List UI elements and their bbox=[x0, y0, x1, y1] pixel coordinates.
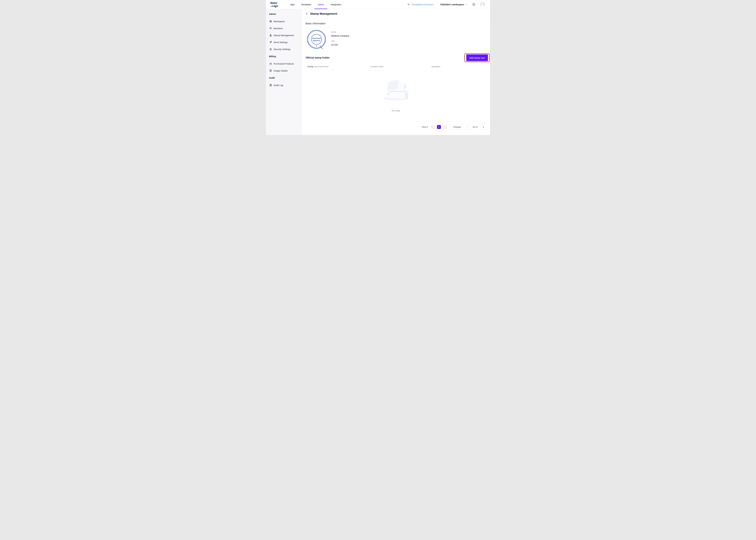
svg-text:?: ? bbox=[473, 4, 474, 5]
page-title: Stamp Management bbox=[310, 12, 337, 15]
total-count: Total 0 bbox=[421, 126, 428, 128]
document-icon bbox=[269, 69, 272, 72]
page-1-button[interactable]: 1 bbox=[437, 125, 441, 129]
name-label: name bbox=[331, 31, 349, 33]
add-stamp-user-button[interactable]: Add stamp user bbox=[466, 55, 488, 61]
chevron-left-icon bbox=[306, 12, 308, 15]
main-content: Stamp Management Basic Information Your … bbox=[302, 9, 490, 135]
app-window: Nota™ Sign Sign Templates Admin Integrat… bbox=[266, 0, 490, 135]
nav-tab-templates[interactable]: Templates bbox=[298, 0, 315, 9]
sidebar-item-label: Audit Log bbox=[273, 84, 283, 86]
chevron-down-icon bbox=[465, 3, 467, 6]
sidebar-section-admin: Admin bbox=[266, 11, 302, 17]
stamp-preview-image: Your Company Pvt. Ltd. ★ Authorised Sign… bbox=[307, 30, 326, 49]
logo-text-top: Nota bbox=[270, 1, 277, 5]
next-page-button[interactable]: › bbox=[443, 125, 447, 129]
sidebar-item-send-settings[interactable]: Send Settings bbox=[266, 39, 302, 46]
sidebar-item-label: Security Settings bbox=[273, 48, 291, 51]
nav-tab-admin[interactable]: Admin bbox=[315, 0, 327, 9]
compliance-assistant-label: Compliance Assistant bbox=[412, 3, 433, 6]
size-value: 15 mm bbox=[331, 43, 349, 46]
no-data-text: No Data bbox=[302, 109, 490, 112]
stamp-holder-table-header: Using stamp personal Contact email opera… bbox=[306, 65, 490, 68]
column-header-operation: operation bbox=[431, 65, 490, 68]
sidebar-item-members[interactable]: Members bbox=[266, 25, 302, 32]
stamp-center-line2: Signatory bbox=[313, 40, 320, 42]
official-stamp-holder-header: Official stamp holder Add stamp user bbox=[306, 55, 488, 61]
sidebar-item-stamp-management[interactable]: Stamp Management bbox=[266, 32, 302, 39]
sidebar-item-label: Stamp Management bbox=[273, 34, 294, 37]
user-avatar[interactable] bbox=[480, 2, 485, 7]
sidebar-item-security-settings[interactable]: Security Settings bbox=[266, 46, 302, 53]
help-button[interactable]: ? bbox=[472, 3, 475, 6]
size-label: size bbox=[331, 40, 349, 42]
chevron-down-icon bbox=[466, 126, 468, 128]
sidebar-section-audit: Audit bbox=[266, 75, 302, 80]
compliance-assistant-button[interactable]: Compliance Assistant bbox=[407, 3, 433, 6]
empty-box-illustration bbox=[383, 78, 409, 101]
column-header-using-stamp-personal: Using stamp personal bbox=[307, 65, 371, 68]
column-header-contact-email: Contact email bbox=[371, 65, 431, 68]
nav-tab-integration[interactable]: Integration bbox=[327, 0, 345, 9]
help-icon: ? bbox=[472, 3, 475, 6]
top-bar: Nota™ Sign Sign Templates Admin Integrat… bbox=[266, 0, 490, 9]
prev-page-button[interactable]: ‹ bbox=[431, 125, 435, 129]
name-value: Medical Company bbox=[331, 35, 349, 37]
sidebar-item-label: Members bbox=[273, 27, 283, 30]
user-silhouette-icon bbox=[480, 2, 485, 7]
members-icon bbox=[269, 27, 272, 30]
main-nav: Sign Templates Admin Integration bbox=[287, 0, 345, 9]
trademark-symbol: ™ bbox=[277, 2, 278, 4]
stamp-icon bbox=[269, 34, 272, 37]
back-button[interactable] bbox=[306, 12, 308, 15]
workspace-switcher[interactable]: FADADA's workspace bbox=[440, 3, 467, 6]
sidebar-item-usage-details[interactable]: Usage Details bbox=[266, 67, 302, 74]
sidebar-item-workspace[interactable]: Workspace bbox=[266, 18, 302, 25]
goto-page-input[interactable] bbox=[480, 124, 487, 130]
send-icon bbox=[269, 41, 272, 44]
shopping-bag-icon bbox=[269, 62, 272, 65]
notasign-logo[interactable]: Nota™ Sign bbox=[270, 2, 282, 8]
official-stamp-holder-heading: Official stamp holder bbox=[306, 57, 330, 59]
sidebar-item-label: Send Settings bbox=[273, 41, 288, 44]
stamp-center-line1: Authorised bbox=[312, 37, 321, 39]
sidebar-item-label: Purchased Products bbox=[273, 63, 294, 65]
sidebar-section-billing: Billing bbox=[266, 54, 302, 59]
sidebar: Admin Workspace Members Stamp M bbox=[266, 9, 302, 135]
clipboard-icon bbox=[269, 84, 272, 86]
sidebar-item-label: Usage Details bbox=[273, 69, 288, 72]
workspace-icon bbox=[269, 20, 272, 23]
pagination-bar: Total 0 ‹ 1 › 10/page Go to bbox=[302, 124, 490, 130]
basic-information-block: Your Company Pvt. Ltd. ★ Authorised Sign… bbox=[307, 30, 490, 49]
workspace-name: FADADA's workspace bbox=[440, 3, 464, 6]
sidebar-item-audit-log[interactable]: Audit Log bbox=[266, 82, 302, 88]
page-size-value: 10/page bbox=[453, 126, 461, 128]
sidebar-item-purchased-products[interactable]: Purchased Products bbox=[266, 60, 302, 67]
top-bar-right: Compliance Assistant FADADA's workspace … bbox=[407, 2, 485, 7]
page-header: Stamp Management bbox=[302, 9, 490, 18]
logo-swoosh-icon bbox=[271, 5, 274, 7]
basic-information-heading: Basic Information bbox=[306, 22, 490, 25]
sparkles-icon bbox=[407, 3, 410, 6]
page-size-select[interactable]: 10/page bbox=[451, 124, 470, 130]
chevron-left-glyph: ‹ bbox=[432, 126, 433, 128]
lock-icon bbox=[269, 48, 272, 51]
sidebar-item-label: Workspace bbox=[273, 20, 285, 23]
empty-state: No Data bbox=[302, 78, 490, 112]
stamp-star-glyph: ★ bbox=[315, 45, 318, 47]
nav-tab-sign[interactable]: Sign bbox=[287, 0, 298, 9]
stamp-fields: name Medical Company size 15 mm bbox=[331, 30, 349, 49]
pagination-divider bbox=[306, 121, 490, 122]
chevron-right-glyph: › bbox=[445, 126, 445, 128]
goto-label: Go to bbox=[473, 126, 478, 128]
